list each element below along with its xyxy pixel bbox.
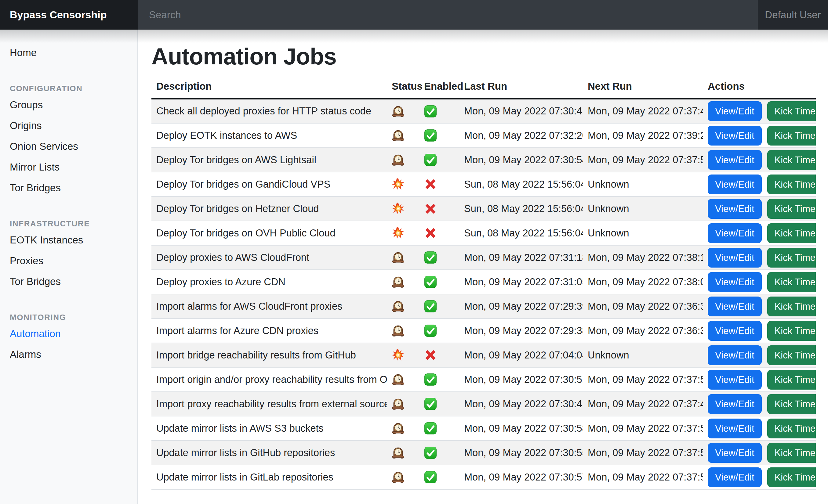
view-edit-button[interactable]: View/Edit xyxy=(708,272,762,292)
job-status-cell xyxy=(387,392,419,416)
mantel-clock-icon xyxy=(392,471,405,484)
view-edit-button[interactable]: View/Edit xyxy=(708,175,762,194)
job-enabled-cell xyxy=(419,441,459,465)
sidebar-item-proxies[interactable]: Proxies xyxy=(0,250,137,271)
job-description: Import proxy reachability results from e… xyxy=(152,392,387,416)
column-header-actions: Actions xyxy=(703,78,816,99)
job-description: Deploy Tor bridges on GandiCloud VPS xyxy=(152,172,387,196)
kick-timer-button[interactable]: Kick Timer xyxy=(767,370,816,390)
job-description: Update mirror lists in GitHub repositori… xyxy=(152,441,387,465)
job-last-run: Mon, 09 May 2022 07:30:41 xyxy=(459,99,583,123)
job-last-run: Mon, 09 May 2022 07:30:55 xyxy=(459,441,583,465)
kick-timer-button[interactable]: Kick Timer xyxy=(767,150,816,170)
job-status-cell xyxy=(387,441,419,465)
job-status-cell xyxy=(387,245,419,270)
kick-timer-button[interactable]: Kick Timer xyxy=(767,199,816,219)
cross-mark-icon xyxy=(424,202,437,215)
job-last-run: Mon, 09 May 2022 07:31:18 xyxy=(459,245,583,270)
job-row: Import origin and/or proxy reachability … xyxy=(152,367,816,392)
kick-timer-button[interactable]: Kick Timer xyxy=(767,175,816,194)
kick-timer-button[interactable]: Kick Timer xyxy=(767,321,816,341)
job-row: Update mirror lists in AWS S3 buckets Mo… xyxy=(152,416,816,441)
kick-timer-button[interactable]: Kick Timer xyxy=(767,467,816,487)
sidebar-item-onion-services[interactable]: Onion Services xyxy=(0,136,137,157)
view-edit-button[interactable]: View/Edit xyxy=(708,150,762,170)
search-input[interactable] xyxy=(138,9,758,21)
collision-icon xyxy=(392,202,405,215)
job-status-cell xyxy=(387,99,419,123)
check-mark-icon xyxy=(424,373,437,386)
job-enabled-cell xyxy=(419,196,459,221)
main-content: Automation Jobs DescriptionStatusEnabled… xyxy=(138,30,828,504)
table-header-row: DescriptionStatusEnabledLast RunNext Run… xyxy=(152,78,816,99)
sidebar-item-mirror-lists[interactable]: Mirror Lists xyxy=(0,157,137,178)
job-description: Import origin and/or proxy reachability … xyxy=(152,367,387,392)
job-row: Deploy Tor bridges on AWS Lightsail Mon,… xyxy=(152,148,816,172)
check-mark-icon xyxy=(424,471,437,484)
cross-mark-icon xyxy=(424,349,437,362)
job-status-cell xyxy=(387,196,419,221)
job-enabled-cell xyxy=(419,245,459,270)
view-edit-button[interactable]: View/Edit xyxy=(708,248,762,268)
job-next-run: Mon, 09 May 2022 07:36:38 xyxy=(583,319,703,343)
kick-timer-button[interactable]: Kick Timer xyxy=(767,296,816,316)
job-next-run: Mon, 09 May 2022 07:36:39 xyxy=(583,294,703,319)
kick-timer-button[interactable]: Kick Timer xyxy=(767,248,816,268)
kick-timer-button[interactable]: Kick Timer xyxy=(767,126,816,145)
view-edit-button[interactable]: View/Edit xyxy=(708,394,762,414)
job-next-run: Mon, 09 May 2022 07:37:41 xyxy=(583,392,703,416)
sidebar-item-origins[interactable]: Origins xyxy=(0,115,137,136)
job-row: Deploy Tor bridges on Hetzner Cloud Sun,… xyxy=(152,196,816,221)
automation-jobs-table: DescriptionStatusEnabledLast RunNext Run… xyxy=(152,78,816,490)
view-edit-button[interactable]: View/Edit xyxy=(708,467,762,487)
sidebar-item-eotk-instances[interactable]: EOTK Instances xyxy=(0,230,137,250)
view-edit-button[interactable]: View/Edit xyxy=(708,223,762,243)
view-edit-button[interactable]: View/Edit xyxy=(708,419,762,439)
top-navbar: Bypass Censorship Default User xyxy=(0,0,828,30)
check-mark-icon xyxy=(424,398,437,410)
kick-timer-button[interactable]: Kick Timer xyxy=(767,346,816,365)
job-next-run: Unknown xyxy=(583,196,703,221)
job-next-run: Mon, 09 May 2022 07:37:55 xyxy=(583,441,703,465)
view-edit-button[interactable]: View/Edit xyxy=(708,321,762,341)
sidebar-item-tor-bridges[interactable]: Tor Bridges xyxy=(0,271,137,292)
sidebar-item-groups[interactable]: Groups xyxy=(0,95,137,115)
view-edit-button[interactable]: View/Edit xyxy=(708,126,762,145)
job-last-run: Mon, 09 May 2022 07:29:39 xyxy=(459,294,583,319)
view-edit-button[interactable]: View/Edit xyxy=(708,199,762,219)
job-enabled-cell xyxy=(419,221,459,245)
job-description: Deploy Tor bridges on Hetzner Cloud xyxy=(152,196,387,221)
mantel-clock-icon xyxy=(392,446,405,459)
view-edit-button[interactable]: View/Edit xyxy=(708,296,762,316)
view-edit-button[interactable]: View/Edit xyxy=(708,370,762,390)
user-menu-button[interactable]: Default User xyxy=(758,0,828,30)
sidebar-item-automation[interactable]: Automation xyxy=(0,323,137,344)
app-brand[interactable]: Bypass Censorship xyxy=(0,0,138,30)
job-last-run: Sun, 08 May 2022 15:56:04 xyxy=(459,172,583,196)
mantel-clock-icon xyxy=(392,105,405,118)
job-status-cell xyxy=(387,319,419,343)
sidebar-item-alarms[interactable]: Alarms xyxy=(0,344,137,365)
view-edit-button[interactable]: View/Edit xyxy=(708,101,762,121)
check-mark-icon xyxy=(424,153,437,166)
job-next-run: Unknown xyxy=(583,221,703,245)
sidebar-item-home[interactable]: Home xyxy=(0,42,137,63)
view-edit-button[interactable]: View/Edit xyxy=(708,443,762,463)
kick-timer-button[interactable]: Kick Timer xyxy=(767,394,816,414)
kick-timer-button[interactable]: Kick Timer xyxy=(767,223,816,243)
mantel-clock-icon xyxy=(392,153,405,166)
job-description: Deploy Tor bridges on OVH Public Cloud xyxy=(152,221,387,245)
sidebar-section-heading-infrastructure: Infrastructure xyxy=(0,215,137,230)
sidebar-item-tor-bridges[interactable]: Tor Bridges xyxy=(0,178,137,198)
kick-timer-button[interactable]: Kick Timer xyxy=(767,272,816,292)
kick-timer-button[interactable]: Kick Timer xyxy=(767,443,816,463)
job-enabled-cell xyxy=(419,148,459,172)
job-description: Deploy proxies to AWS CloudFront xyxy=(152,245,387,270)
view-edit-button[interactable]: View/Edit xyxy=(708,346,762,365)
collision-icon xyxy=(392,178,405,191)
kick-timer-button[interactable]: Kick Timer xyxy=(767,101,816,121)
job-status-cell xyxy=(387,416,419,441)
job-next-run: Mon, 09 May 2022 07:37:51 xyxy=(583,367,703,392)
job-next-run: Mon, 09 May 2022 07:38:18 xyxy=(583,245,703,270)
kick-timer-button[interactable]: Kick Timer xyxy=(767,419,816,439)
